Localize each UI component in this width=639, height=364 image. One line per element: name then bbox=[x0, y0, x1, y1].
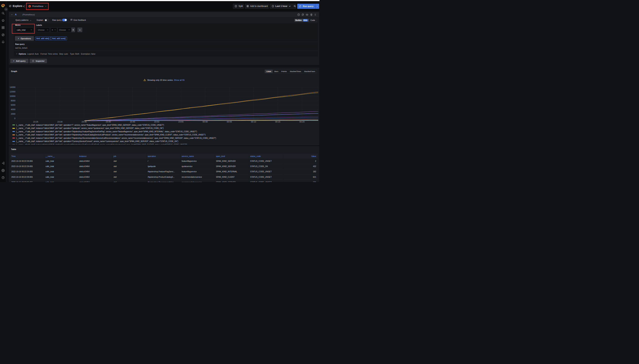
svg-text:23:25: 23:25 bbox=[33, 121, 38, 123]
svg-text:14000: 14000 bbox=[10, 86, 15, 88]
svg-text:0: 0 bbox=[14, 117, 15, 120]
svg-text:2000: 2000 bbox=[11, 113, 15, 115]
svg-text:00:15: 00:15 bbox=[275, 121, 280, 123]
svg-text:6000: 6000 bbox=[11, 104, 15, 106]
svg-text:10000: 10000 bbox=[10, 95, 15, 97]
svg-text:00:05: 00:05 bbox=[227, 121, 232, 123]
svg-text:8000: 8000 bbox=[11, 100, 15, 102]
svg-text:23:45: 23:45 bbox=[130, 121, 135, 123]
svg-text:00:20: 00:20 bbox=[299, 121, 304, 123]
svg-text:23:30: 23:30 bbox=[57, 121, 62, 123]
svg-text:00:10: 00:10 bbox=[251, 121, 256, 123]
svg-text:12000: 12000 bbox=[10, 90, 15, 93]
svg-text:23:50: 23:50 bbox=[154, 121, 160, 123]
svg-text:23:35: 23:35 bbox=[81, 121, 86, 123]
svg-text:4000: 4000 bbox=[11, 108, 15, 110]
svg-text:00:00: 00:00 bbox=[202, 121, 208, 123]
svg-text:23:40: 23:40 bbox=[106, 121, 111, 123]
svg-text:23:55: 23:55 bbox=[178, 121, 184, 123]
